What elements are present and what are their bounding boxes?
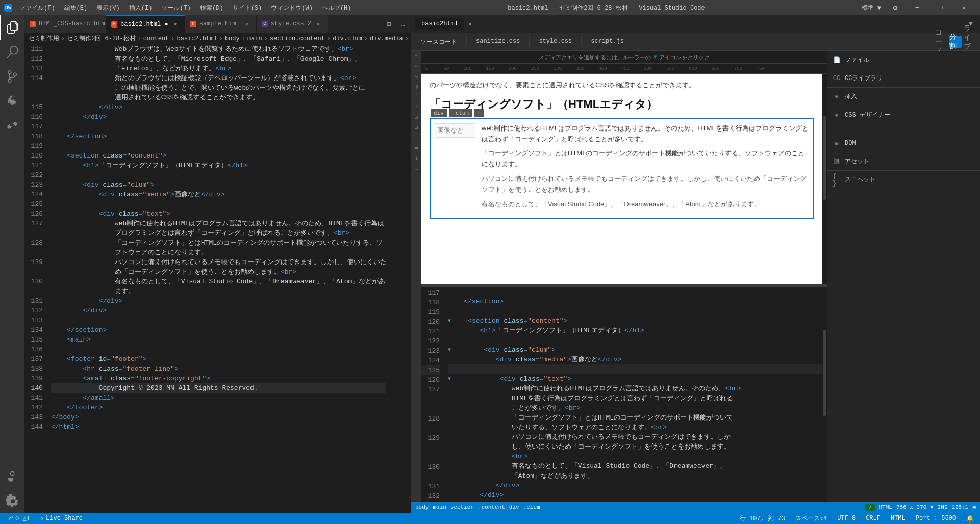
tab-basic2[interactable]: H basic2.html ● ✕	[106, 15, 185, 33]
code-content[interactable]: Webブラウザは、Webサイトを閲覧するために使われるソフトウェアです。<br>…	[47, 44, 386, 513]
menu-file[interactable]: ファイル(F)	[15, 3, 59, 13]
breadcrumb-file[interactable]: basic2.html	[177, 35, 217, 42]
breadcrumb-body[interactable]: body	[225, 35, 240, 42]
menu-view[interactable]: 表示(V)	[92, 3, 124, 13]
breadcrumb-content[interactable]: content	[143, 35, 169, 42]
status-html-lang[interactable]: HTML	[879, 504, 892, 510]
tab-html-css-basic[interactable]: H HTML_CSS-basic.html ✕	[24, 15, 106, 33]
tab-sample[interactable]: H sample.html ✕	[185, 15, 257, 33]
status-position-item[interactable]: 行 107, 列 73	[738, 513, 787, 524]
btn-script[interactable]: script.js	[586, 36, 629, 48]
breadcrumb-section[interactable]: section.content	[270, 35, 325, 42]
inspector-insert-item[interactable]: ⊕ 挿入	[833, 91, 975, 102]
right-icon-1[interactable]: ≡	[411, 51, 421, 61]
code-line-141: </amall>	[51, 393, 386, 403]
btn-source-code[interactable]: ソースコード	[415, 36, 462, 48]
right-line-numbers: 117 118 119 120 121 122 123 124 125 126	[421, 287, 444, 502]
right-icon-3[interactable]: ⊕	[411, 71, 421, 82]
live-view-btn[interactable]: ライブ ▼	[964, 36, 976, 48]
plus-badge[interactable]: +	[474, 109, 484, 117]
code-line-137: <footer id="footer">	[51, 354, 386, 364]
preview-content[interactable]: のパーツや構造だけでなく、要素ごとに適用されているCSSを確認することができます…	[421, 74, 822, 284]
media-query-bar: メディアクエリを追加するには、ルーラーの ▼ アイコンをクリック	[421, 51, 827, 64]
right-icon-8[interactable]: ⇄	[411, 143, 421, 153]
inspector-dom-item[interactable]: ⊞ DOM	[833, 138, 975, 149]
activity-search[interactable]	[0, 40, 24, 64]
breadcrumb-div-media[interactable]: div.media	[370, 35, 403, 42]
right-icon-10[interactable]: …	[411, 163, 421, 173]
inspector-assets-label: アセット	[845, 157, 869, 166]
status-expand-icon[interactable]: ⊞	[972, 504, 976, 511]
status-ins: INS	[938, 504, 948, 510]
activity-settings[interactable]	[0, 488, 24, 513]
split-view-btn[interactable]: 分割	[949, 36, 962, 48]
rln-122: 122	[421, 336, 440, 346]
status-section[interactable]: section	[450, 504, 474, 510]
right-icon-2[interactable]: ○	[411, 61, 421, 71]
status-lang[interactable]: HTML	[889, 513, 908, 524]
btn-sanitize[interactable]: sanitize.css	[471, 36, 525, 48]
menu-search[interactable]: 検索(D)	[196, 3, 228, 13]
status-content-class[interactable]: .content	[478, 504, 505, 510]
right-scrollbar[interactable]	[822, 287, 827, 502]
right-icon-6[interactable]: ⊞	[411, 112, 421, 122]
inspector-cc-item[interactable]: CC CCライブラリ	[833, 72, 975, 84]
code-view-btn[interactable]: コード	[935, 36, 947, 48]
right-icon-4[interactable]: ◎	[411, 82, 421, 92]
breadcrumb-folder[interactable]: ゼミ制作2回 6-28-松村	[67, 34, 135, 43]
maximize-button[interactable]: □	[929, 0, 952, 15]
status-encoding[interactable]: UTF-8	[835, 513, 858, 524]
media-query-icon[interactable]: ▼	[653, 54, 657, 61]
right-icon-7[interactable]: ⊟	[411, 122, 421, 133]
view-standard[interactable]: 標準 ▼	[858, 3, 885, 13]
status-spaces[interactable]: スペース:4	[793, 513, 829, 524]
activity-explorer[interactable]	[0, 15, 24, 40]
inspector-snippets-item[interactable]: { } スニペット	[833, 174, 975, 186]
cc-icon: CC	[833, 74, 841, 83]
tab-split-btn[interactable]: ⊞	[383, 18, 395, 30]
menu-window[interactable]: ウィンドウ(W)	[267, 3, 317, 13]
breadcrumb-main[interactable]: main	[247, 35, 262, 42]
tab-style-css[interactable]: C style.css 2 ✕	[257, 15, 328, 33]
tab-close-active[interactable]: ✕	[171, 20, 180, 29]
status-eol[interactable]: CRLF	[864, 513, 883, 524]
menu-insert[interactable]: 挿入(I)	[125, 3, 157, 13]
inspector-assets-item[interactable]: 🖼 アセット	[833, 155, 975, 167]
activity-extensions[interactable]	[0, 113, 24, 138]
preview-scrollbar[interactable]	[822, 74, 827, 284]
right-tab-close[interactable]: ✕	[468, 20, 472, 28]
menu-site[interactable]: サイト(S)	[229, 3, 266, 13]
inspector-css-item[interactable]: ◈ CSS デザイナー	[833, 109, 975, 121]
right-code-content[interactable]: </section> ▼ <section class="content"> <…	[444, 287, 822, 502]
right-icon-9[interactable]: ↧	[411, 153, 421, 163]
status-clum-class[interactable]: .clum	[523, 504, 540, 510]
menu-tools[interactable]: ツール(T)	[157, 3, 195, 13]
settings-icon[interactable]: ⚙	[889, 2, 901, 14]
status-dimensions[interactable]: 766 x 370 ▼	[896, 504, 934, 510]
status-notifications[interactable]: 🔔	[964, 513, 976, 524]
minimize-button[interactable]: ─	[906, 0, 929, 15]
status-div[interactable]: div	[509, 504, 519, 510]
close-button[interactable]: ✕	[952, 0, 976, 15]
tab-more-btn[interactable]: …	[397, 18, 409, 30]
status-live-share[interactable]: ⚡ Live Share	[38, 513, 85, 524]
right-tab-basic2html[interactable]: basic2html	[415, 18, 464, 30]
activity-debug[interactable]	[0, 89, 24, 113]
status-port[interactable]: Port : 5500	[914, 513, 958, 524]
menu-help[interactable]: ヘルプ(H)	[318, 3, 356, 13]
breadcrumb-sep9: ›	[405, 35, 409, 42]
breadcrumb-div-clum[interactable]: div.clum	[333, 35, 362, 42]
status-main[interactable]: main	[433, 504, 446, 510]
tab-close-sample[interactable]: ✕	[243, 20, 251, 28]
menu-edit[interactable]: 編集(E)	[60, 3, 92, 13]
inspector-files-item[interactable]: 📄 ファイル	[833, 54, 975, 66]
activity-account[interactable]	[0, 464, 24, 488]
status-git[interactable]: ⎇ 0 △1	[4, 513, 32, 524]
right-code-section: 117 118 119 120 121 122 123 124 125 126	[421, 287, 827, 502]
status-body[interactable]: body	[415, 504, 429, 510]
activity-git[interactable]	[0, 64, 24, 89]
right-icon-5[interactable]: ↑	[411, 102, 421, 112]
breadcrumb-root[interactable]: ゼミ制作用	[29, 34, 59, 43]
tab-close-css[interactable]: ✕	[314, 20, 322, 28]
btn-style[interactable]: style.css	[534, 36, 577, 48]
